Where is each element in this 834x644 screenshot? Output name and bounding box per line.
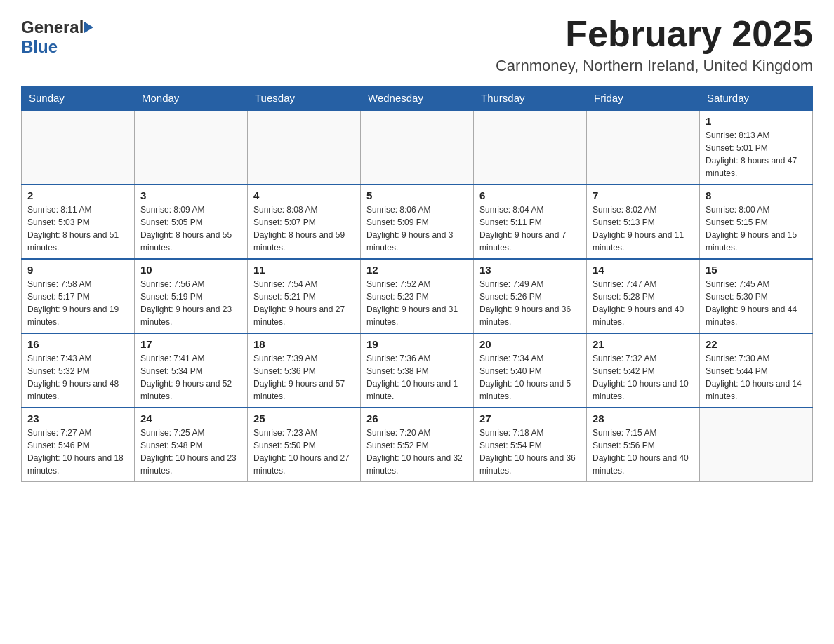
calendar-week-row: 2Sunrise: 8:11 AM Sunset: 5:03 PM Daylig…: [22, 185, 813, 259]
calendar-week-row: 23Sunrise: 7:27 AM Sunset: 5:46 PM Dayli…: [22, 408, 813, 482]
calendar-day-cell: 1Sunrise: 8:13 AM Sunset: 5:01 PM Daylig…: [700, 110, 813, 185]
calendar-week-row: 9Sunrise: 7:58 AM Sunset: 5:17 PM Daylig…: [22, 259, 813, 333]
day-info: Sunrise: 8:08 AM Sunset: 5:07 PM Dayligh…: [253, 203, 355, 254]
calendar-day-cell: [361, 110, 474, 185]
calendar-day-cell: 16Sunrise: 7:43 AM Sunset: 5:32 PM Dayli…: [22, 333, 135, 408]
calendar-day-cell: [248, 110, 361, 185]
day-number: 18: [253, 338, 355, 350]
calendar-day-cell: 28Sunrise: 7:15 AM Sunset: 5:56 PM Dayli…: [587, 408, 700, 482]
calendar-header-saturday: Saturday: [700, 86, 813, 111]
calendar-day-cell: 23Sunrise: 7:27 AM Sunset: 5:46 PM Dayli…: [22, 408, 135, 482]
day-info: Sunrise: 7:47 AM Sunset: 5:28 PM Dayligh…: [593, 278, 694, 328]
page-header: General Blue February 2025 Carnmoney, No…: [21, 14, 813, 75]
day-info: Sunrise: 7:25 AM Sunset: 5:48 PM Dayligh…: [140, 427, 241, 477]
logo-chevron-icon: [84, 22, 93, 33]
calendar-day-cell: 19Sunrise: 7:36 AM Sunset: 5:38 PM Dayli…: [361, 333, 474, 408]
day-info: Sunrise: 7:30 AM Sunset: 5:44 PM Dayligh…: [706, 352, 807, 403]
day-number: 24: [140, 412, 241, 424]
calendar-day-cell: 14Sunrise: 7:47 AM Sunset: 5:28 PM Dayli…: [587, 259, 700, 333]
day-info: Sunrise: 7:39 AM Sunset: 5:36 PM Dayligh…: [253, 352, 355, 403]
day-number: 12: [366, 264, 468, 276]
calendar-header-thursday: Thursday: [474, 86, 587, 111]
day-info: Sunrise: 7:52 AM Sunset: 5:23 PM Dayligh…: [366, 278, 468, 328]
calendar-day-cell: 20Sunrise: 7:34 AM Sunset: 5:40 PM Dayli…: [474, 333, 587, 408]
day-info: Sunrise: 8:02 AM Sunset: 5:13 PM Dayligh…: [593, 203, 694, 254]
day-number: 6: [479, 189, 581, 201]
day-number: 15: [706, 264, 807, 276]
day-number: 5: [366, 189, 468, 201]
day-info: Sunrise: 7:41 AM Sunset: 5:34 PM Dayligh…: [140, 352, 241, 403]
calendar-week-row: 1Sunrise: 8:13 AM Sunset: 5:01 PM Daylig…: [22, 110, 813, 185]
calendar-day-cell: 9Sunrise: 7:58 AM Sunset: 5:17 PM Daylig…: [22, 259, 135, 333]
day-number: 26: [366, 412, 468, 424]
day-info: Sunrise: 8:09 AM Sunset: 5:05 PM Dayligh…: [140, 203, 241, 254]
day-number: 25: [253, 412, 355, 424]
calendar-day-cell: 5Sunrise: 8:06 AM Sunset: 5:09 PM Daylig…: [361, 185, 474, 259]
title-area: February 2025 Carnmoney, Northern Irelan…: [496, 14, 813, 75]
calendar-day-cell: [474, 110, 587, 185]
calendar-day-cell: 25Sunrise: 7:23 AM Sunset: 5:50 PM Dayli…: [248, 408, 361, 482]
calendar-header-row: SundayMondayTuesdayWednesdayThursdayFrid…: [22, 86, 813, 111]
day-number: 10: [140, 264, 241, 276]
calendar-day-cell: 10Sunrise: 7:56 AM Sunset: 5:19 PM Dayli…: [135, 259, 248, 333]
day-number: 2: [27, 189, 128, 201]
calendar-day-cell: 22Sunrise: 7:30 AM Sunset: 5:44 PM Dayli…: [700, 333, 813, 408]
calendar-table: SundayMondayTuesdayWednesdayThursdayFrid…: [21, 86, 813, 482]
calendar-day-cell: 15Sunrise: 7:45 AM Sunset: 5:30 PM Dayli…: [700, 259, 813, 333]
day-info: Sunrise: 7:34 AM Sunset: 5:40 PM Dayligh…: [479, 352, 581, 403]
calendar-header-monday: Monday: [135, 86, 248, 111]
day-info: Sunrise: 8:13 AM Sunset: 5:01 PM Dayligh…: [706, 129, 807, 180]
calendar-day-cell: 21Sunrise: 7:32 AM Sunset: 5:42 PM Dayli…: [587, 333, 700, 408]
day-number: 11: [253, 264, 355, 276]
day-info: Sunrise: 7:58 AM Sunset: 5:17 PM Dayligh…: [27, 278, 128, 328]
calendar-week-row: 16Sunrise: 7:43 AM Sunset: 5:32 PM Dayli…: [22, 333, 813, 408]
calendar-day-cell: [700, 408, 813, 482]
day-info: Sunrise: 7:43 AM Sunset: 5:32 PM Dayligh…: [27, 352, 128, 403]
day-number: 13: [479, 264, 581, 276]
calendar-day-cell: 26Sunrise: 7:20 AM Sunset: 5:52 PM Dayli…: [361, 408, 474, 482]
day-info: Sunrise: 8:06 AM Sunset: 5:09 PM Dayligh…: [366, 203, 468, 254]
day-info: Sunrise: 8:04 AM Sunset: 5:11 PM Dayligh…: [479, 203, 581, 254]
calendar-day-cell: 17Sunrise: 7:41 AM Sunset: 5:34 PM Dayli…: [135, 333, 248, 408]
calendar-day-cell: 18Sunrise: 7:39 AM Sunset: 5:36 PM Dayli…: [248, 333, 361, 408]
day-number: 7: [593, 189, 694, 201]
day-number: 27: [479, 412, 581, 424]
logo-blue-text: Blue: [21, 37, 58, 57]
day-number: 23: [27, 412, 128, 424]
day-number: 8: [706, 189, 807, 201]
calendar-day-cell: 24Sunrise: 7:25 AM Sunset: 5:48 PM Dayli…: [135, 408, 248, 482]
day-info: Sunrise: 7:36 AM Sunset: 5:38 PM Dayligh…: [366, 352, 468, 403]
day-info: Sunrise: 7:27 AM Sunset: 5:46 PM Dayligh…: [27, 427, 128, 477]
location-title: Carnmoney, Northern Ireland, United King…: [496, 57, 813, 75]
calendar-day-cell: 11Sunrise: 7:54 AM Sunset: 5:21 PM Dayli…: [248, 259, 361, 333]
calendar-header-wednesday: Wednesday: [361, 86, 474, 111]
day-number: 1: [706, 115, 807, 127]
calendar-day-cell: 2Sunrise: 8:11 AM Sunset: 5:03 PM Daylig…: [22, 185, 135, 259]
day-number: 28: [593, 412, 694, 424]
day-number: 16: [27, 338, 128, 350]
day-info: Sunrise: 7:23 AM Sunset: 5:50 PM Dayligh…: [253, 427, 355, 477]
calendar-day-cell: 3Sunrise: 8:09 AM Sunset: 5:05 PM Daylig…: [135, 185, 248, 259]
calendar-day-cell: 13Sunrise: 7:49 AM Sunset: 5:26 PM Dayli…: [474, 259, 587, 333]
calendar-header-tuesday: Tuesday: [248, 86, 361, 111]
day-info: Sunrise: 8:00 AM Sunset: 5:15 PM Dayligh…: [706, 203, 807, 254]
day-info: Sunrise: 7:49 AM Sunset: 5:26 PM Dayligh…: [479, 278, 581, 328]
day-number: 14: [593, 264, 694, 276]
day-number: 20: [479, 338, 581, 350]
calendar-header-sunday: Sunday: [22, 86, 135, 111]
day-number: 17: [140, 338, 241, 350]
calendar-day-cell: 4Sunrise: 8:08 AM Sunset: 5:07 PM Daylig…: [248, 185, 361, 259]
day-info: Sunrise: 7:32 AM Sunset: 5:42 PM Dayligh…: [593, 352, 694, 403]
calendar-day-cell: 8Sunrise: 8:00 AM Sunset: 5:15 PM Daylig…: [700, 185, 813, 259]
calendar-day-cell: 12Sunrise: 7:52 AM Sunset: 5:23 PM Dayli…: [361, 259, 474, 333]
logo-general-text: General: [21, 18, 84, 37]
calendar-day-cell: [22, 110, 135, 185]
logo: General Blue: [21, 14, 93, 57]
calendar-day-cell: [587, 110, 700, 185]
day-info: Sunrise: 7:45 AM Sunset: 5:30 PM Dayligh…: [706, 278, 807, 328]
calendar-day-cell: [135, 110, 248, 185]
day-info: Sunrise: 7:56 AM Sunset: 5:19 PM Dayligh…: [140, 278, 241, 328]
day-info: Sunrise: 7:20 AM Sunset: 5:52 PM Dayligh…: [366, 427, 468, 477]
day-number: 22: [706, 338, 807, 350]
day-info: Sunrise: 7:15 AM Sunset: 5:56 PM Dayligh…: [593, 427, 694, 477]
